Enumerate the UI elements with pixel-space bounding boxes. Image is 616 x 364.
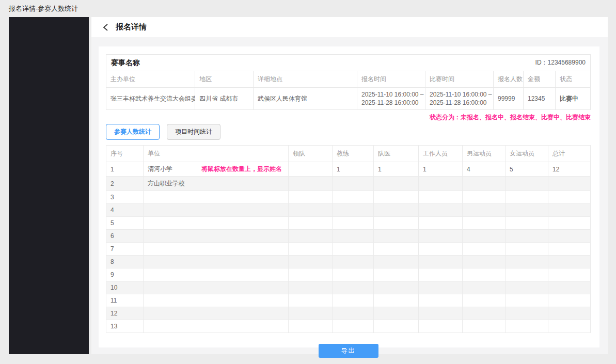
table-cell bbox=[506, 204, 548, 217]
table-cell bbox=[463, 256, 506, 268]
signup-count-cell: 99999 bbox=[494, 88, 524, 110]
table-cell bbox=[548, 177, 591, 191]
table-cell bbox=[333, 307, 374, 320]
table-cell: 1 bbox=[333, 162, 374, 177]
participant-stats-table: 序号单位领队教练队医工作人员男运动员女运动员总计 1清河小学将鼠标放在数量上，显… bbox=[106, 145, 591, 333]
table-cell bbox=[144, 281, 289, 294]
signup-time-cell: 2025-11-10 16:00:00 – 2025-11-28 16:00:0… bbox=[357, 88, 425, 110]
table-row: 2方山职业学校 bbox=[106, 177, 591, 191]
table-cell bbox=[548, 191, 591, 204]
tab-bar: 参赛人数统计 项目时间统计 bbox=[106, 124, 591, 140]
table-cell bbox=[548, 320, 591, 333]
detail-card: 赛事名称 ID：12345689900 主办单位地区详细地点报名时间比赛时间报名… bbox=[99, 46, 599, 347]
table-cell bbox=[289, 230, 333, 243]
table-row: 5 bbox=[106, 217, 591, 230]
table-cell bbox=[506, 294, 548, 307]
table-cell bbox=[463, 177, 506, 191]
table-cell bbox=[289, 162, 333, 177]
table-cell: 1 bbox=[419, 162, 463, 177]
table-cell bbox=[463, 281, 506, 294]
table-cell bbox=[548, 307, 591, 320]
column-header: 领队 bbox=[289, 146, 333, 162]
stats-header-row: 序号单位领队教练队医工作人员男运动员女运动员总计 bbox=[106, 146, 591, 162]
table-cell bbox=[506, 268, 548, 281]
event-info-header-row: 主办单位地区详细地点报名时间比赛时间报名人数金额状态 bbox=[106, 71, 591, 88]
table-cell bbox=[289, 256, 333, 268]
table-cell: 方山职业学校 bbox=[144, 177, 289, 191]
table-cell bbox=[374, 191, 419, 204]
table-cell bbox=[463, 191, 506, 204]
hover-hint: 将鼠标放在数量上，显示姓名 bbox=[201, 165, 282, 173]
table-cell bbox=[289, 294, 333, 307]
table-cell bbox=[374, 307, 419, 320]
table-cell bbox=[419, 294, 463, 307]
table-cell bbox=[144, 230, 289, 243]
signup-time-start: 2025-11-10 16:00:00 – bbox=[361, 90, 421, 99]
table-row: 1清河小学将鼠标放在数量上，显示姓名1114512 bbox=[106, 162, 591, 177]
address-cell: 武侯区人民体育馆 bbox=[254, 88, 357, 110]
table-cell bbox=[333, 243, 374, 256]
table-row: 4 bbox=[106, 204, 591, 217]
status-badge: 比赛中 bbox=[556, 88, 591, 110]
table-cell bbox=[144, 204, 289, 217]
page-title: 报名详情 bbox=[116, 22, 147, 32]
column-header: 教练 bbox=[333, 146, 374, 162]
column-header: 报名人数 bbox=[494, 71, 524, 88]
header-bar: 报名详情 bbox=[91, 17, 608, 37]
table-cell bbox=[463, 307, 506, 320]
table-cell: 8 bbox=[106, 256, 144, 268]
table-cell bbox=[463, 268, 506, 281]
table-cell bbox=[506, 191, 548, 204]
table-cell bbox=[548, 256, 591, 268]
table-cell bbox=[419, 320, 463, 333]
table-cell: 10 bbox=[106, 281, 144, 294]
table-cell bbox=[419, 204, 463, 217]
table-cell bbox=[333, 177, 374, 191]
table-cell bbox=[374, 268, 419, 281]
table-row: 7 bbox=[106, 243, 591, 256]
table-cell bbox=[548, 294, 591, 307]
table-row: 8 bbox=[106, 256, 591, 268]
table-cell bbox=[333, 268, 374, 281]
column-header: 比赛时间 bbox=[425, 71, 494, 88]
table-row: 10 bbox=[106, 281, 591, 294]
table-cell bbox=[419, 177, 463, 191]
tab-project-time-stats[interactable]: 项目时间统计 bbox=[167, 124, 220, 140]
table-cell bbox=[506, 243, 548, 256]
region-cell: 四川省 成都市 bbox=[195, 88, 254, 110]
table-cell bbox=[548, 243, 591, 256]
table-cell bbox=[463, 320, 506, 333]
table-row: 12 bbox=[106, 307, 591, 320]
table-cell bbox=[506, 217, 548, 230]
table-cell bbox=[333, 320, 374, 333]
table-cell bbox=[374, 204, 419, 217]
tab-participant-stats[interactable]: 参赛人数统计 bbox=[106, 124, 160, 140]
table-cell: 5 bbox=[506, 162, 548, 177]
sidebar bbox=[9, 17, 89, 354]
table-cell bbox=[374, 217, 419, 230]
table-cell: 1 bbox=[106, 162, 144, 177]
table-cell bbox=[333, 217, 374, 230]
table-row: 9 bbox=[106, 268, 591, 281]
table-cell bbox=[374, 256, 419, 268]
table-cell bbox=[289, 217, 333, 230]
unit-name: 清河小学 bbox=[148, 165, 172, 172]
table-cell bbox=[289, 191, 333, 204]
table-cell: 1 bbox=[374, 162, 419, 177]
table-row: 6 bbox=[106, 230, 591, 243]
table-row: 3 bbox=[106, 191, 591, 204]
back-button[interactable] bbox=[102, 23, 109, 31]
column-header: 单位 bbox=[144, 146, 289, 162]
table-cell bbox=[289, 177, 333, 191]
column-header: 报名时间 bbox=[357, 71, 425, 88]
column-header: 地区 bbox=[195, 71, 254, 88]
table-cell bbox=[333, 230, 374, 243]
table-cell: 13 bbox=[106, 320, 144, 333]
table-cell: 11 bbox=[106, 294, 144, 307]
table-cell bbox=[144, 294, 289, 307]
table-cell bbox=[463, 243, 506, 256]
table-cell bbox=[144, 320, 289, 333]
table-cell bbox=[548, 281, 591, 294]
table-cell bbox=[144, 191, 289, 204]
export-button[interactable]: 导出 bbox=[319, 344, 378, 358]
